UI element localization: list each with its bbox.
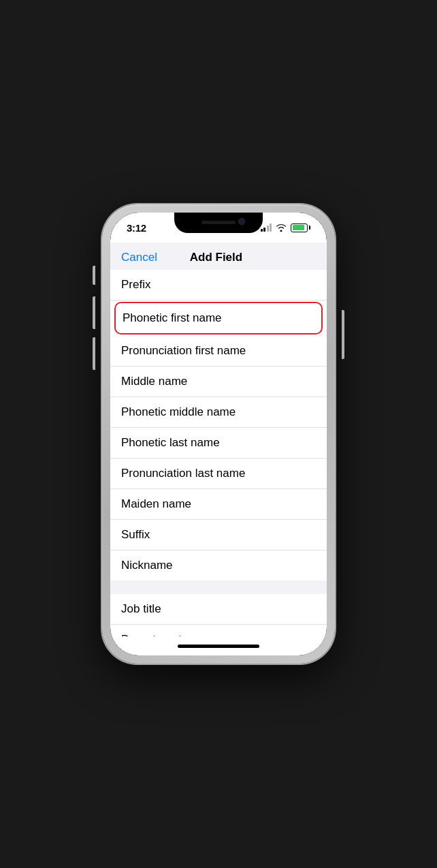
list-item-pronunciation-last-name[interactable]: Pronunciation last name — [110, 459, 327, 489]
job-section: Job title Department Phonetic company na… — [110, 594, 327, 636]
list-item-phonetic-middle-name[interactable]: Phonetic middle name — [110, 397, 327, 428]
speaker — [201, 221, 236, 224]
list-item-prefix[interactable]: Prefix — [110, 270, 327, 300]
battery-icon — [291, 223, 310, 232]
status-icons — [261, 223, 311, 232]
list-item-pronunciation-first-name[interactable]: Pronunciation first name — [110, 336, 327, 367]
home-indicator — [110, 636, 327, 655]
list-item-middle-name[interactable]: Middle name — [110, 367, 327, 397]
names-section: Prefix Phonetic first name Pronunciation… — [110, 270, 327, 580]
home-bar — [178, 645, 259, 648]
section-divider — [110, 580, 327, 594]
signal-icon — [261, 223, 272, 232]
notch — [174, 213, 263, 233]
navigation-bar: Cancel Add Field — [110, 243, 327, 270]
list-item-phonetic-last-name[interactable]: Phonetic last name — [110, 428, 327, 459]
list-item-nickname[interactable]: Nickname — [110, 551, 327, 580]
wifi-icon — [276, 223, 287, 232]
page-title: Add Field — [190, 251, 242, 264]
list-item-job-title[interactable]: Job title — [110, 594, 327, 625]
phone-screen: 3:12 — [110, 213, 327, 655]
list-item-phonetic-first-name[interactable]: Phonetic first name — [114, 302, 323, 335]
cancel-button[interactable]: Cancel — [121, 251, 157, 264]
front-camera — [238, 218, 245, 225]
list-item-suffix[interactable]: Suffix — [110, 520, 327, 551]
list-item-maiden-name[interactable]: Maiden name — [110, 489, 327, 520]
phone-frame: 3:12 — [102, 204, 335, 664]
list-item-department[interactable]: Department — [110, 625, 327, 636]
status-time: 3:12 — [127, 222, 146, 234]
field-list: Prefix Phonetic first name Pronunciation… — [110, 270, 327, 636]
